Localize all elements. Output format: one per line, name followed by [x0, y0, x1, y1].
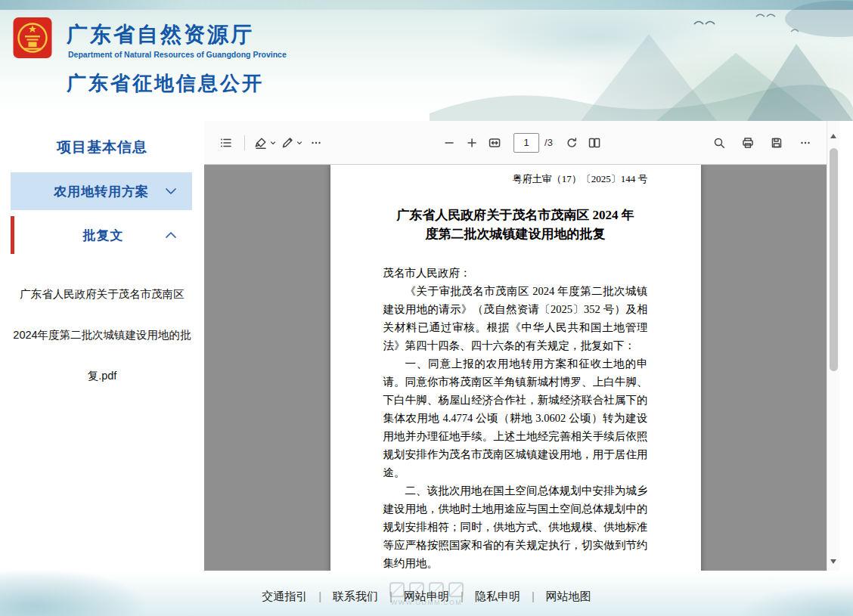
footer-separator: | [318, 590, 321, 602]
document-body: 茂名市人民政府： 《关于审批茂名市茂南区 2024 年度第二批次城镇建设用地的请… [383, 264, 648, 571]
pdf-toolbar: /3 [204, 121, 839, 165]
pdf-viewer: /3 [204, 121, 839, 571]
minus-icon [442, 136, 456, 150]
zoom-in-button[interactable] [461, 132, 483, 154]
document-title-line: 广东省人民政府关于茂名市茂南区 2024 年 [383, 206, 648, 224]
draw-button[interactable] [278, 132, 305, 154]
site-header: 广东省自然资源厅 Department of Natural Resources… [0, 0, 853, 121]
toolbar-separator [244, 135, 245, 150]
page-number-input[interactable] [513, 133, 539, 153]
site-title: 广东省自然资源厅 [67, 20, 254, 49]
toolbar-left-group [215, 132, 327, 154]
sidebar-item-label: 批复文 [83, 227, 124, 244]
sidebar-item-label: 农用地转用方案 [54, 183, 149, 200]
chevron-down-icon [296, 140, 302, 146]
page-view-button[interactable] [583, 132, 606, 154]
pdf-scrollbar[interactable] [827, 121, 839, 571]
toc-icon [219, 136, 233, 150]
document-title: 广东省人民政府关于茂名市茂南区 2024 年 度第二批次城镇建设用地的批复 [383, 206, 648, 243]
file-name-line: 广东省人民政府关于茂名市茂南区 [0, 274, 204, 314]
fit-width-icon [488, 136, 501, 150]
triangle-down-icon [830, 559, 836, 564]
site-subtitle: Department of Natural Resources of Guang… [68, 50, 287, 59]
file-name-line: 2024年度第二批次城镇建设用地的批 [0, 314, 204, 355]
page-view-icon [588, 136, 601, 150]
search-button[interactable] [708, 132, 730, 154]
pdf-page: 粤府土审（17）〔2025〕144 号 广东省人民政府关于茂名市茂南区 2024… [330, 165, 701, 571]
print-button[interactable] [737, 132, 759, 154]
scroll-down-button[interactable] [827, 556, 839, 568]
document-paragraph: 《关于审批茂名市茂南区 2024 年度第二批次城镇建设用地的请示》（茂自然资请〔… [383, 282, 648, 354]
sidebar-item-approval-document[interactable]: 批复文 [11, 216, 192, 254]
highlight-button[interactable] [252, 132, 278, 154]
footer-link-contact-us[interactable]: 联系我们 [333, 590, 378, 602]
document-paragraph: 一、同意上报的农用地转用方案和征收土地的申请。同意你市将茂南区羊角镇新城村博罗、… [383, 354, 648, 481]
print-icon [741, 136, 755, 150]
footer-links: 交通指引|联系我们|网站申明|隐私申明|网站地图 [0, 590, 853, 604]
page-title: 广东省征地信息公开 [67, 70, 264, 97]
ellipsis-icon [799, 136, 812, 150]
save-button[interactable] [765, 132, 788, 154]
sidebar-pdf-file-link[interactable]: 广东省人民政府关于茂名市茂南区 2024年度第二批次城镇建设用地的批 复.pdf [0, 274, 204, 396]
pdf-scroll-area[interactable]: 粤府土审（17）〔2025〕144 号 广东省人民政府关于茂名市茂南区 2024… [204, 165, 839, 571]
triangle-up-icon [830, 134, 836, 138]
content-area: 项目基本信息 农用地转用方案 批复文 广东省人民政府关于茂名市茂南区 2024年… [0, 121, 853, 571]
zoom-out-button[interactable] [438, 132, 461, 154]
document-salutation: 茂名市人民政府： [383, 264, 648, 282]
sidebar: 项目基本信息 农用地转用方案 批复文 广东省人民政府关于茂名市茂南区 2024年… [0, 121, 204, 571]
toolbar-right-group [708, 132, 817, 154]
more-tools-button[interactable] [305, 132, 327, 154]
toc-button[interactable] [215, 132, 237, 154]
rotate-icon [565, 136, 578, 150]
footer-link-site-statement[interactable]: 网站申明 [404, 590, 449, 602]
watercolor-mountains-decoration [430, 0, 853, 121]
highlighter-icon [254, 136, 268, 150]
footer-link-traffic-guide[interactable]: 交通指引 [262, 590, 307, 602]
document-number: 粤府土审（17）〔2025〕144 号 [383, 172, 648, 186]
footer-link-privacy-statement[interactable]: 隐私申明 [475, 590, 520, 602]
save-icon [770, 136, 783, 150]
chevron-up-icon [165, 231, 177, 239]
footer-separator: | [461, 590, 464, 602]
more-options-button[interactable] [794, 132, 817, 154]
national-emblem-logo [12, 16, 53, 60]
ellipsis-icon [309, 136, 323, 150]
chevron-down-icon [165, 187, 177, 195]
file-name-line: 复.pdf [0, 355, 204, 396]
search-icon [712, 136, 726, 150]
footer-link-sitemap[interactable]: 网站地图 [546, 590, 591, 602]
fit-to-width-button[interactable] [483, 132, 506, 154]
toolbar-center-group: /3 [438, 132, 606, 154]
scroll-up-button[interactable] [827, 130, 839, 142]
sidebar-section-title: 项目基本信息 [0, 138, 204, 157]
rotate-button[interactable] [560, 132, 583, 154]
footer-separator: | [532, 590, 535, 602]
page-total-label: /3 [544, 137, 553, 148]
scrollbar-thumb[interactable] [830, 148, 838, 371]
document-title-line: 度第二批次城镇建设用地的批复 [383, 224, 648, 243]
right-gutter [839, 121, 853, 571]
site-footer: WWW.GDMM.COM 交通指引|联系我们|网站申明|隐私申明|网站地图 [0, 571, 853, 616]
footer-separator: | [389, 590, 392, 602]
sidebar-item-farmland-conversion-plan[interactable]: 农用地转用方案 [11, 172, 192, 210]
plus-icon [465, 136, 479, 150]
pen-icon [281, 136, 294, 150]
chevron-down-icon [270, 140, 276, 146]
document-paragraph: 二、该批次用地在国土空间总体规划中安排为城乡建设用地，供地时土地用途应与国土空间… [383, 481, 648, 571]
